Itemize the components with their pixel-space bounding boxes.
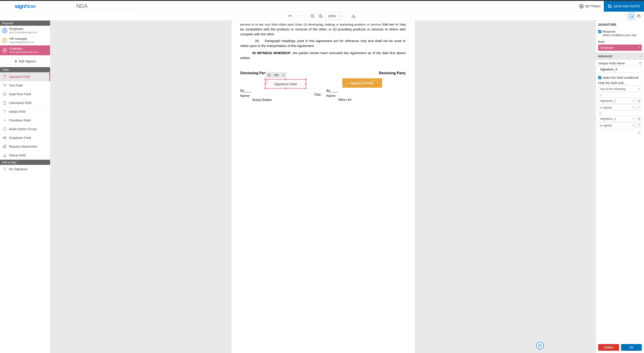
ok-button[interactable]: Ok	[621, 344, 642, 351]
tool-text-field[interactable]: Text Field	[0, 81, 50, 90]
receiving-party-label: Receiving Party	[379, 71, 406, 76]
add-condition-button[interactable]: +	[637, 130, 642, 135]
attachment-icon	[3, 145, 7, 149]
signature-field-selected[interactable]: C Signature Field	[265, 79, 306, 89]
signature-icon	[3, 75, 7, 79]
role-label: Role	[598, 40, 642, 44]
header: signNow NDA SETTINGS SAVE AND INVITE	[0, 1, 644, 12]
zoom-out-button[interactable]	[309, 13, 316, 20]
tool-stamp-field[interactable]: Stamp Field	[0, 151, 50, 160]
unique-field-input[interactable]	[598, 66, 642, 73]
document-canvas[interactable]: prevent or in any way limit either party…	[50, 21, 596, 353]
pages-button[interactable]	[636, 13, 642, 20]
redo-button[interactable]	[295, 13, 302, 20]
person-icon	[14, 60, 18, 63]
signature-field-hr[interactable]: Signature Field	[342, 78, 382, 88]
name-label: Name:	[240, 93, 320, 98]
delete-button[interactable]: Delete	[598, 344, 619, 351]
tool-checkbox-field[interactable]: Checkbox Field	[0, 116, 50, 125]
svg-rect-18	[4, 101, 6, 105]
tool-signature-field[interactable]: Signature Field	[0, 72, 50, 81]
tool-dropdown-field[interactable]: Dropdown Field	[0, 134, 50, 142]
svg-rect-24	[3, 137, 6, 137]
field-close-button[interactable]	[280, 72, 287, 78]
save-and-invite-button[interactable]: SAVE AND INVITE	[604, 1, 644, 12]
name-value-right: Mary Lee	[338, 98, 406, 102]
toolbar: 100%	[0, 12, 644, 21]
settings-button[interactable]: SETTINGS	[576, 1, 604, 12]
arrow-icon	[638, 106, 641, 109]
tool-my-signature[interactable]: My Signature	[0, 165, 50, 174]
document-title[interactable]: NDA	[75, 3, 138, 10]
svg-point-23	[3, 128, 6, 131]
tool-datetime-field[interactable]: Date/Time Field	[0, 90, 50, 99]
stamp-icon	[3, 153, 7, 157]
save-icon	[608, 4, 612, 8]
help-icon[interactable]	[639, 62, 642, 65]
zoom-in-button[interactable]	[317, 13, 324, 20]
advanced-accordion[interactable]: Advanced	[596, 53, 644, 60]
condition-op-select[interactable]: is signed	[598, 105, 636, 110]
svg-rect-25	[3, 138, 6, 139]
chat-icon	[538, 343, 542, 348]
delete-condition-button[interactable]	[636, 116, 642, 121]
signer-item-hr-manager[interactable]: HR managermary.lee@email.com	[0, 36, 50, 46]
locate-condition-button[interactable]	[636, 105, 642, 110]
radio-icon	[3, 127, 7, 131]
doc-paragraph: prevent or in any way limit either party…	[240, 22, 406, 37]
arrow-icon	[638, 124, 641, 127]
dropdown-icon	[3, 136, 7, 140]
tool-request-attachment[interactable]: Request Attachment	[0, 142, 50, 151]
zoom-select[interactable]: 100%	[325, 13, 343, 20]
locate-condition-button[interactable]	[636, 123, 642, 128]
doc-paragraph: (h)Paragraph headings used in this Agree…	[240, 39, 406, 48]
request-header: Request	[0, 21, 50, 26]
logo: signNow	[0, 3, 50, 10]
required-checkbox[interactable]: Required	[598, 30, 642, 33]
edit-signers-button[interactable]: Edit Signers	[2, 58, 48, 65]
conditional-checkbox[interactable]: Make this field conditional	[598, 76, 642, 79]
name-label: Name:	[326, 93, 406, 98]
svg-line-35	[638, 124, 640, 126]
field-toolbar: OK	[266, 72, 287, 78]
or-separator: OR	[596, 93, 644, 98]
or-separator: OR	[596, 111, 644, 116]
tool-radio-group[interactable]: Radio Button Group	[0, 125, 50, 134]
signer-item-employee[interactable]: Employeejack.brown@email.com	[0, 26, 50, 36]
person-icon	[2, 48, 7, 53]
view-mode-button[interactable]	[628, 13, 634, 20]
undo-button[interactable]	[287, 13, 294, 20]
signature-icon	[3, 167, 7, 171]
svg-point-13	[4, 29, 5, 31]
condition-field-select[interactable]: Signature_1	[598, 98, 636, 104]
trash-icon	[638, 117, 641, 120]
help-chat-button[interactable]	[536, 342, 544, 349]
trash-icon	[638, 99, 641, 102]
svg-line-34	[638, 107, 640, 108]
unique-field-label: Unique Field Name	[598, 62, 625, 65]
hide-until-label: Hide this field until...	[598, 81, 642, 85]
condition-field-select[interactable]: Signature_2	[598, 116, 636, 122]
move-handle[interactable]	[266, 72, 272, 78]
condition-op-select[interactable]: is signed	[598, 122, 636, 128]
svg-point-15	[4, 49, 5, 50]
by-label: By____	[240, 88, 320, 93]
initials-icon	[3, 110, 7, 114]
calculator-icon	[3, 101, 7, 105]
tool-initials-field[interactable]: Initials Field	[0, 107, 50, 116]
properties-panel: SIGNATURE Required when conditions are m…	[596, 21, 644, 353]
signer-item-employer[interactable]: Employeranna.green@email.com	[0, 46, 50, 55]
match-mode-select[interactable]: Any of the following	[598, 86, 642, 92]
clock-icon	[3, 92, 7, 96]
field-ok-button[interactable]: OK	[272, 72, 281, 78]
role-select[interactable]: Employer	[598, 45, 642, 51]
text-icon	[3, 84, 7, 88]
title-label: Title:	[314, 93, 322, 97]
delete-condition-button[interactable]	[636, 98, 642, 103]
name-value-left: Anna Green	[252, 98, 320, 103]
by-label: By____	[326, 88, 406, 93]
download-button[interactable]	[350, 13, 357, 20]
tool-calculated-field[interactable]: Calculated Field	[0, 99, 50, 107]
doc-paragraph: IN WITNESS WHEREOF, the parties hereto h…	[240, 51, 406, 60]
panel-title: SIGNATURE	[596, 21, 644, 29]
